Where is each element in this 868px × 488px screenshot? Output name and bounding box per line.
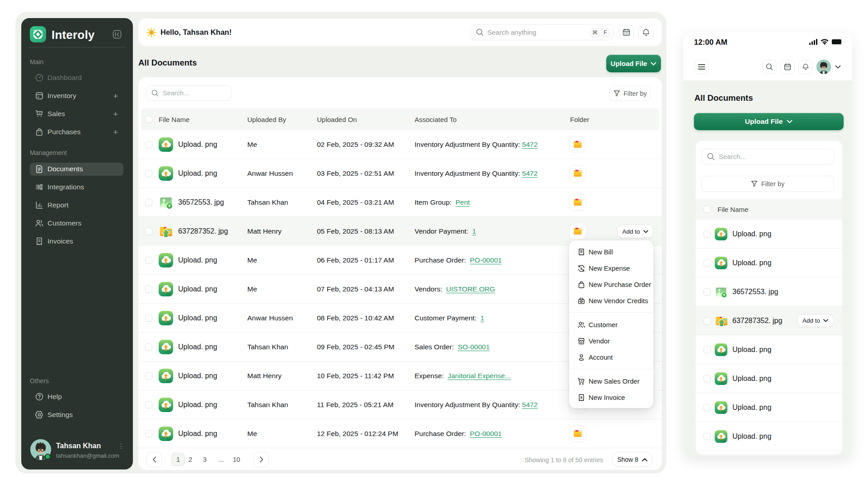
svg-text:$: $	[580, 395, 583, 399]
